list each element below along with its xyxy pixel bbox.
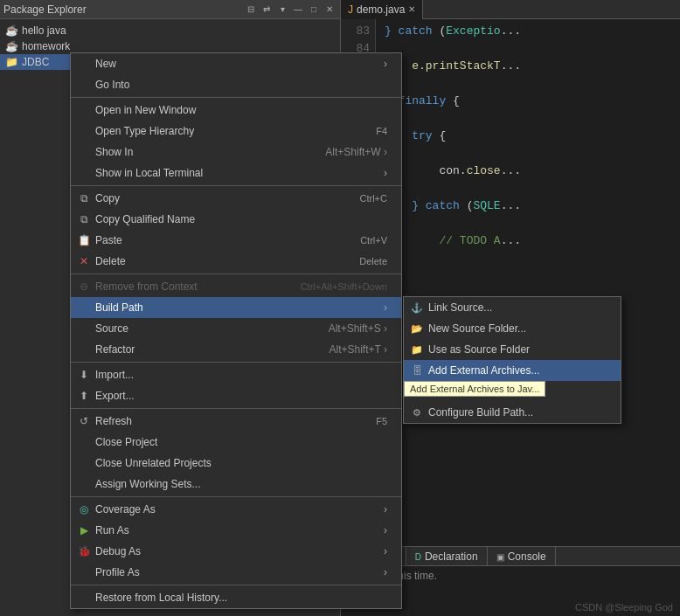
menu-label-run-as: Run As [95, 524, 129, 536]
code-line-85: e.printStackT... [385, 58, 680, 75]
menu-label-go-into: Go Into [95, 79, 129, 91]
separator-2 [71, 185, 401, 186]
submenu-configure-build-path[interactable]: ⚙ Configure Build Path... [404, 402, 621, 423]
menu-item-show-local-terminal[interactable]: Show in Local Terminal › [71, 163, 401, 183]
shortcut-delete: Delete [359, 256, 387, 266]
panel-icon-bar: ⊟ ⇄ ▾ — □ ✕ [244, 3, 337, 17]
menu-item-coverage-as[interactable]: ◎ Coverage As › [71, 499, 401, 520]
debug-icon: 🐞 [76, 545, 92, 557]
menu-item-new[interactable]: New › [71, 53, 401, 74]
tab-console[interactable]: ▣ Console [488, 547, 556, 566]
menu-item-copy[interactable]: ⧉ Copy Ctrl+C [71, 188, 401, 209]
close-tab-icon[interactable]: ✕ [408, 4, 415, 14]
menu-label-import: Import... [95, 369, 134, 381]
java-file-icon: J [348, 3, 353, 16]
console-tab-icon: ▣ [496, 552, 504, 562]
menu-item-close-project[interactable]: Close Project [71, 432, 401, 453]
submenu-use-source-folder[interactable]: 📁 Use as Source Folder [404, 339, 621, 360]
menu-item-remove-context[interactable]: ⊖ Remove from Context Ctrl+Alt+Shift+Dow… [71, 276, 401, 297]
menu-item-delete[interactable]: ✕ Delete Delete [71, 251, 401, 272]
menu-label-show-local-terminal: Show in Local Terminal [95, 167, 203, 179]
separator-7 [71, 585, 401, 585]
use-source-folder-icon: 📁 [409, 344, 425, 356]
declaration-tab-icon: D [415, 552, 421, 562]
import-icon: ⬇ [76, 369, 92, 381]
menu-item-build-path[interactable]: Build Path › ⚓ Link Source... 📂 New Sour… [71, 297, 401, 318]
menu-item-profile-as[interactable]: Profile As › [71, 562, 401, 583]
separator-5 [71, 408, 401, 409]
menu-label-delete: Delete [95, 255, 126, 267]
menu-item-debug-as[interactable]: 🐞 Debug As › [71, 541, 401, 562]
menu-label-export: Export... [95, 390, 135, 402]
menu-item-refresh[interactable]: ↺ Refresh F5 [71, 411, 401, 432]
menu-label-copy: Copy [95, 192, 120, 204]
code-lines[interactable]: } catch (Exceptio... e.printStackT... } … [376, 19, 680, 250]
menu-item-import[interactable]: ⬇ Import... [71, 364, 401, 385]
paste-icon: 📋 [76, 234, 92, 246]
editor-tab-demo-java[interactable]: J demo.java ✕ [341, 0, 423, 19]
separator-6 [71, 496, 401, 497]
menu-label-coverage-as: Coverage As [95, 503, 156, 516]
menu-item-copy-qualified[interactable]: ⧉ Copy Qualified Name [71, 209, 401, 230]
menu-item-open-type-hierarchy[interactable]: Open Type Hierarchy F4 [71, 121, 401, 142]
refresh-icon: ↺ [76, 415, 92, 427]
arrow-icon-refactor: Alt+Shift+T › [330, 343, 387, 356]
menu-label-profile-as: Profile As [95, 566, 140, 578]
tab-label-declaration: Declaration [425, 550, 478, 563]
collapse-all-icon[interactable]: ⊟ [244, 3, 258, 17]
submenu-link-source[interactable]: ⚓ Link Source... [404, 297, 621, 318]
arrow-icon-show-in: Alt+Shift+W › [325, 146, 387, 158]
export-icon: ⬆ [76, 390, 92, 402]
menu-item-run-as[interactable]: ▶ Run As › [71, 520, 401, 541]
code-line-blank5 [385, 215, 680, 232]
submenu-add-external-archives[interactable]: 🗄 Add External Archives... Add External … [404, 360, 621, 381]
code-line-finally: } finally { [385, 93, 680, 110]
menu-label-paste: Paste [95, 234, 122, 246]
code-line-todo: // TODO A... [385, 232, 680, 250]
delete-icon: ✕ [76, 255, 92, 267]
code-line-blank3 [385, 145, 680, 163]
editor-tab-bar: J demo.java ✕ [341, 0, 680, 19]
separator-4 [71, 362, 401, 363]
maximize-icon[interactable]: □ [307, 3, 321, 17]
copy-qualified-icon: ⧉ [76, 213, 92, 225]
new-source-folder-icon: 📂 [409, 323, 425, 335]
link-source-icon: ⚓ [409, 302, 425, 314]
menu-label-open-new-window: Open in New Window [95, 104, 196, 116]
arrow-icon-local-terminal: › [384, 167, 387, 179]
menu-item-export[interactable]: ⬆ Export... [71, 385, 401, 406]
arrow-icon-source: Alt+Shift+S › [329, 322, 387, 335]
menu-item-open-new-window[interactable]: Open in New Window [71, 100, 401, 121]
arrow-icon-debug: › [384, 545, 387, 557]
submenu-label-add-external-archives: Add External Archives... [428, 364, 539, 377]
menu-item-go-into[interactable]: Go Into [71, 74, 401, 95]
menu-item-paste[interactable]: 📋 Paste Ctrl+V [71, 230, 401, 251]
menu-item-close-unrelated[interactable]: Close Unrelated Projects [71, 453, 401, 474]
link-with-editor-icon[interactable]: ⇄ [260, 3, 274, 17]
code-line-try: try { [385, 128, 680, 145]
close-panel-icon[interactable]: ✕ [323, 3, 337, 17]
separator-3 [71, 273, 401, 274]
menu-item-refactor[interactable]: Refactor Alt+Shift+T › [71, 339, 401, 360]
shortcut-paste: Ctrl+V [360, 235, 387, 246]
tree-item-hello-java[interactable]: ☕ hello java [0, 23, 340, 38]
menu-label-debug-as: Debug As [95, 545, 141, 557]
submenu-label-link-source: Link Source... [428, 301, 492, 314]
menu-item-restore-local-history[interactable]: Restore from Local History... [71, 587, 401, 608]
code-line-con-close: con.close... [385, 163, 680, 180]
minimize-icon[interactable]: — [291, 3, 305, 17]
code-line-83: } catch (Exceptio... [385, 23, 680, 40]
menu-item-source[interactable]: Source Alt+Shift+S › [71, 318, 401, 339]
build-path-submenu: ⚓ Link Source... 📂 New Source Folder... … [403, 296, 621, 424]
tab-declaration[interactable]: D Declaration [406, 547, 488, 566]
shortcut-f4: F4 [376, 126, 387, 136]
submenu-label-use-source-folder: Use as Source Folder [428, 343, 530, 356]
submenu-new-source-folder[interactable]: 📂 New Source Folder... [404, 318, 621, 339]
java-project-icon-2: ☕ [5, 40, 18, 52]
menu-item-assign-working-sets[interactable]: Assign Working Sets... [71, 474, 401, 495]
menu-label-refresh: Refresh [95, 415, 132, 427]
menu-item-show-in[interactable]: Show In Alt+Shift+W › [71, 142, 401, 163]
view-menu-icon[interactable]: ▾ [275, 3, 289, 17]
menu-label-build-path: Build Path [95, 301, 143, 314]
java-project-icon: ☕ [5, 24, 18, 37]
